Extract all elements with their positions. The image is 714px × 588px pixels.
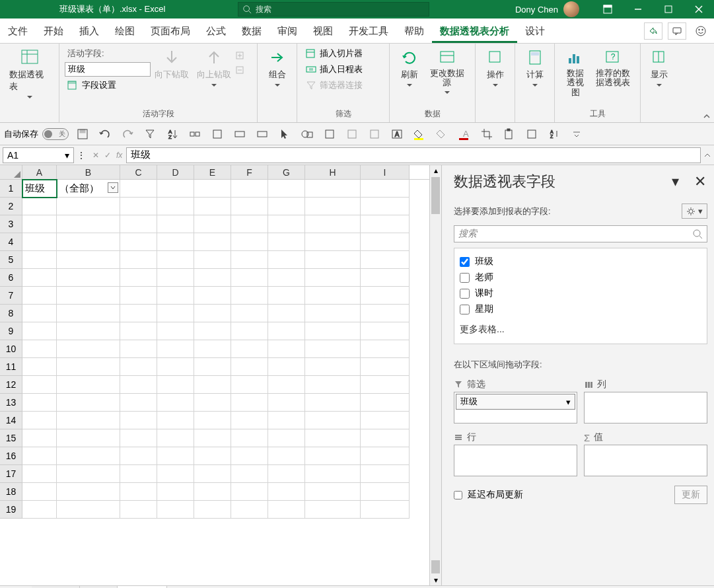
cell[interactable] xyxy=(231,251,268,269)
cell[interactable] xyxy=(157,447,194,465)
cell[interactable] xyxy=(157,180,194,198)
row-header[interactable]: 13 xyxy=(0,394,22,412)
qat-btn-9[interactable] xyxy=(523,126,540,143)
field-checkbox[interactable] xyxy=(460,289,470,299)
cell[interactable] xyxy=(305,340,361,358)
row-header[interactable]: 19 xyxy=(0,501,22,519)
field-item[interactable]: 星期 xyxy=(458,301,703,317)
cell[interactable] xyxy=(157,412,194,429)
formula-input[interactable]: 班级 xyxy=(126,147,701,163)
cell[interactable] xyxy=(57,340,120,358)
cell[interactable] xyxy=(361,483,410,501)
field-item[interactable]: 老师 xyxy=(458,270,703,285)
cell[interactable] xyxy=(157,394,194,412)
recommended-pivot-button[interactable]: ?推荐的数据透视表 xyxy=(590,46,635,89)
cell[interactable] xyxy=(120,376,157,394)
pivot-table-button[interactable]: 数据透视表 xyxy=(5,46,54,102)
cell[interactable] xyxy=(22,251,57,269)
column-header[interactable]: E xyxy=(194,165,231,179)
cell[interactable]: 班级 xyxy=(22,180,57,198)
filter-area[interactable]: 筛选 班级▾ xyxy=(454,377,577,423)
active-field-input[interactable] xyxy=(65,62,151,77)
cell[interactable] xyxy=(120,287,157,305)
cell[interactable] xyxy=(231,180,268,198)
cell[interactable] xyxy=(57,394,120,412)
cell[interactable] xyxy=(361,412,410,429)
pivot-chart-button[interactable]: 数据透视图 xyxy=(560,46,590,98)
cell[interactable] xyxy=(305,412,361,429)
cell[interactable] xyxy=(22,483,57,501)
row-header[interactable]: 12 xyxy=(0,376,22,394)
insert-slicer-button[interactable]: 插入切片器 xyxy=(303,46,365,61)
cell[interactable] xyxy=(194,412,231,429)
cell[interactable] xyxy=(57,376,120,394)
cell[interactable] xyxy=(120,394,157,412)
insert-timeline-button[interactable]: 插入日程表 xyxy=(303,62,365,77)
cell[interactable] xyxy=(157,340,194,358)
ribbon-tab[interactable]: 绘图 xyxy=(107,20,143,43)
filter-pill[interactable]: 班级▾ xyxy=(456,394,575,410)
cell[interactable] xyxy=(120,215,157,233)
fx-icon[interactable]: fx xyxy=(116,151,122,160)
cell[interactable] xyxy=(120,180,157,198)
cell[interactable] xyxy=(361,394,410,412)
cell[interactable] xyxy=(361,501,410,519)
cell[interactable] xyxy=(22,269,57,287)
actions-button[interactable]: 操作 xyxy=(481,46,510,91)
group-button[interactable]: 组合 xyxy=(263,46,292,91)
values-area[interactable]: Σ值 xyxy=(584,430,707,476)
cell[interactable] xyxy=(194,465,231,483)
cell[interactable] xyxy=(361,358,410,376)
cell[interactable] xyxy=(120,251,157,269)
cell[interactable] xyxy=(194,251,231,269)
cell[interactable] xyxy=(57,322,120,340)
scroll-thumb[interactable] xyxy=(431,560,440,573)
filter-dropdown-button[interactable] xyxy=(108,182,118,193)
qat-btn-2[interactable] xyxy=(186,126,203,143)
expand-formula-button[interactable] xyxy=(701,151,714,159)
column-header[interactable]: H xyxy=(305,165,361,179)
cell[interactable] xyxy=(120,305,157,322)
row-header[interactable]: 10 xyxy=(0,340,22,358)
cell[interactable] xyxy=(194,322,231,340)
cell[interactable] xyxy=(361,429,410,447)
cell[interactable] xyxy=(305,429,361,447)
cell[interactable] xyxy=(157,501,194,519)
cell[interactable] xyxy=(231,233,268,251)
cell[interactable] xyxy=(231,465,268,483)
cell[interactable] xyxy=(361,340,410,358)
scroll-down-arrow[interactable]: ▾ xyxy=(430,575,441,585)
cell[interactable] xyxy=(157,287,194,305)
crop-button[interactable] xyxy=(478,126,495,143)
qat-btn-1[interactable] xyxy=(141,126,159,143)
ribbon-tab[interactable]: 视图 xyxy=(305,20,341,43)
cell[interactable] xyxy=(231,358,268,376)
cell[interactable] xyxy=(268,215,305,233)
column-header[interactable]: G xyxy=(268,165,305,179)
row-header[interactable]: 2 xyxy=(0,198,22,215)
cell[interactable] xyxy=(157,305,194,322)
cell[interactable] xyxy=(305,322,361,340)
cell[interactable] xyxy=(157,358,194,376)
cell[interactable] xyxy=(194,198,231,215)
refresh-button[interactable]: 刷新 xyxy=(395,46,424,91)
column-header[interactable]: C xyxy=(120,165,157,179)
ribbon-tab[interactable]: 页面布局 xyxy=(143,20,198,43)
share-button[interactable] xyxy=(644,22,662,40)
ribbon-tab[interactable]: 文件 xyxy=(0,20,36,43)
font-color-button[interactable]: A xyxy=(456,126,473,143)
row-header[interactable]: 15 xyxy=(0,429,22,447)
ribbon-tab[interactable]: 数据透视表分析 xyxy=(432,20,517,43)
cell[interactable] xyxy=(268,198,305,215)
cell[interactable] xyxy=(305,287,361,305)
cell[interactable] xyxy=(120,358,157,376)
cell[interactable] xyxy=(361,287,410,305)
ribbon-tab[interactable]: 审阅 xyxy=(269,20,305,43)
function-wizard-button[interactable]: ⋮ xyxy=(74,151,89,160)
paste-button[interactable] xyxy=(501,126,518,143)
row-header[interactable]: 14 xyxy=(0,412,22,429)
cell[interactable] xyxy=(57,483,120,501)
columns-area[interactable]: 列 xyxy=(584,377,707,423)
ribbon-tab[interactable]: 帮助 xyxy=(396,20,432,43)
cell[interactable] xyxy=(361,233,410,251)
